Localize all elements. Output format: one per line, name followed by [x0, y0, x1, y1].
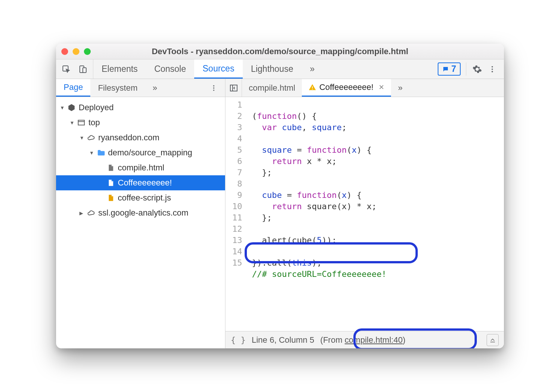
folder-icon [97, 149, 105, 157]
svg-rect-13 [312, 87, 313, 88]
navigator-sidebar: Page Filesystem » ▼Deployed▼top▼ryansedd… [56, 79, 225, 348]
file-sm-icon [107, 179, 115, 187]
svg-rect-9 [78, 120, 85, 125]
svg-point-5 [492, 71, 493, 72]
panel-tabs: Elements Console Sources Lighthouse » [93, 59, 432, 79]
window-title: DevTools - ryanseddon.com/demo/source_ma… [56, 47, 504, 56]
svg-point-4 [492, 68, 493, 70]
tab-sources[interactable]: Sources [194, 59, 242, 79]
tree-node[interactable]: compile.html [56, 160, 225, 175]
editor-tab-label: compile.html [249, 83, 295, 93]
file-js-icon [107, 194, 115, 202]
tab-elements[interactable]: Elements [93, 59, 146, 79]
tree-node[interactable]: coffee-script.js [56, 190, 225, 205]
titlebar: DevTools - ryanseddon.com/demo/source_ma… [56, 44, 504, 59]
settings-gear-icon[interactable] [472, 64, 483, 75]
svg-point-3 [492, 66, 493, 67]
tree-node-label: top [88, 118, 100, 128]
editor-tabs-overflow-icon[interactable]: » [391, 79, 409, 97]
kebab-menu-icon[interactable] [487, 64, 498, 75]
show-bottom-drawer-icon[interactable] [487, 334, 499, 346]
file-icon [107, 164, 115, 172]
svg-point-8 [213, 90, 214, 91]
nav-tabs-overflow-icon[interactable]: » [145, 79, 165, 97]
editor-panel: compile.html Coffeeeeeeee! ✕ » 123456789… [225, 79, 504, 348]
expand-chevron-icon[interactable]: ▶ [79, 210, 84, 216]
editor-tab-coffee[interactable]: Coffeeeeeeee! ✕ [302, 79, 391, 97]
issues-badge[interactable]: 7 [438, 62, 461, 76]
tree-node-label: ssl.google-analytics.com [98, 208, 189, 218]
source-origin: (From compile.html:40) [320, 335, 405, 345]
cloud-icon [87, 134, 95, 142]
tab-console[interactable]: Console [146, 59, 194, 79]
code-editor[interactable]: 123456789101112131415 (function() { var … [225, 97, 504, 331]
svg-point-6 [213, 85, 214, 86]
expand-chevron-icon[interactable]: ▼ [89, 150, 94, 156]
main-area: Page Filesystem » ▼Deployed▼top▼ryansedd… [56, 79, 504, 348]
main-toolbar: Elements Console Sources Lighthouse » 7 [56, 59, 504, 79]
expand-chevron-icon[interactable]: ▼ [79, 135, 84, 141]
line-gutter: 123456789101112131415 [225, 97, 247, 331]
pretty-print-icon[interactable]: { } [231, 335, 246, 345]
tree-node-label: ryanseddon.com [98, 133, 160, 143]
tree-node-label: Deployed [79, 103, 114, 112]
devtools-window: DevTools - ryanseddon.com/demo/source_ma… [56, 44, 504, 348]
inspect-element-icon[interactable] [61, 64, 72, 75]
editor-tab-compile[interactable]: compile.html [242, 79, 302, 97]
source-url-comment: //# sourceURL=Coffeeeeeeee! [252, 269, 387, 279]
tree-node[interactable]: ▼Deployed [56, 100, 225, 115]
editor-tabs: compile.html Coffeeeeeeee! ✕ » [225, 79, 504, 97]
tabs-overflow-icon[interactable]: » [301, 59, 323, 79]
tree-node[interactable]: ▼top [56, 115, 225, 130]
nav-kebab-icon[interactable] [202, 79, 225, 97]
annotation-highlight-sourceurl [245, 242, 418, 263]
expand-chevron-icon[interactable]: ▼ [70, 120, 74, 126]
nav-tab-filesystem[interactable]: Filesystem [90, 79, 145, 97]
zoom-window-button[interactable] [84, 48, 91, 55]
file-tree[interactable]: ▼Deployed▼top▼ryanseddon.com▼demo/source… [56, 97, 225, 348]
tab-lighthouse[interactable]: Lighthouse [243, 59, 302, 79]
tree-node[interactable]: ▶ssl.google-analytics.com [56, 205, 225, 220]
issues-count: 7 [451, 64, 456, 74]
cursor-position: Line 6, Column 5 [252, 335, 314, 345]
minimize-window-button[interactable] [73, 48, 79, 55]
cube-icon [67, 103, 76, 112]
tree-node[interactable]: ▼ryanseddon.com [56, 130, 225, 145]
window-controls [61, 48, 91, 55]
tree-node[interactable]: ▼demo/source_mapping [56, 145, 225, 160]
tree-node-label: compile.html [118, 163, 164, 173]
expand-chevron-icon[interactable]: ▼ [60, 105, 64, 111]
code-content[interactable]: (function() { var cube, square; square =… [247, 97, 392, 331]
close-tab-icon[interactable]: ✕ [379, 83, 384, 91]
tree-node-label: demo/source_mapping [108, 148, 192, 158]
svg-point-7 [213, 87, 214, 88]
close-window-button[interactable] [61, 48, 68, 55]
warning-icon [309, 84, 316, 91]
toggle-navigator-icon[interactable] [225, 79, 242, 97]
nav-tab-page[interactable]: Page [56, 79, 90, 97]
tree-node[interactable]: Coffeeeeeeee! [56, 175, 225, 190]
editor-tab-label: Coffeeeeeeee! [319, 82, 373, 92]
tree-node-label: coffee-script.js [118, 193, 171, 203]
device-toolbar-icon[interactable] [77, 64, 88, 75]
navigator-tabs: Page Filesystem » [56, 79, 225, 97]
svg-rect-14 [312, 89, 313, 90]
cloud-icon [87, 209, 95, 217]
svg-rect-2 [83, 68, 86, 73]
tree-node-label: Coffeeeeeeee! [118, 178, 172, 188]
source-link[interactable]: compile.html:40 [345, 335, 403, 345]
status-bar: { } Line 6, Column 5 (From compile.html:… [225, 331, 504, 348]
frame-icon [77, 119, 85, 127]
